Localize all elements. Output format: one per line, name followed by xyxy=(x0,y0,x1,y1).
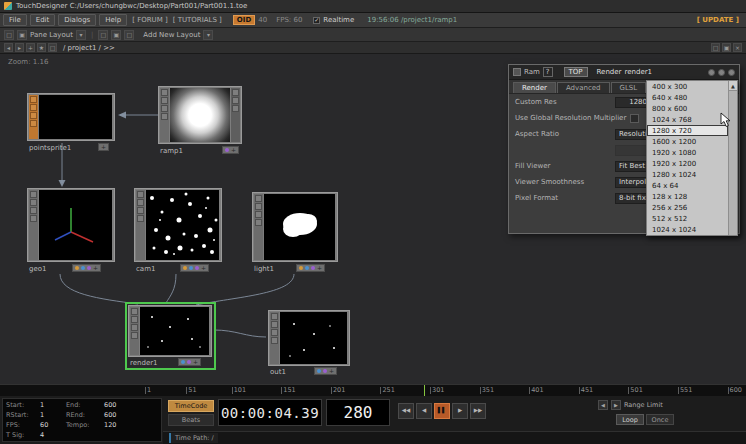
node-viewer[interactable] xyxy=(140,307,209,355)
lock-icon[interactable] xyxy=(30,120,37,127)
display-icon[interactable] xyxy=(255,203,262,210)
param-label[interactable]: Fill Viewer xyxy=(515,162,611,170)
flag-dot-orange[interactable] xyxy=(75,266,79,270)
pane-grid-icon[interactable]: ▣ xyxy=(17,30,27,40)
resolution-option[interactable]: 1024 x 768 xyxy=(647,114,728,125)
node-viewer[interactable] xyxy=(170,88,230,142)
resolution-option[interactable]: 64 x 64 xyxy=(647,180,728,191)
comment-icon[interactable] xyxy=(708,69,715,76)
nav-add-icon[interactable]: + xyxy=(26,43,35,52)
info-value[interactable]: 120 xyxy=(104,421,158,429)
add-flag-icon[interactable]: + xyxy=(317,265,322,271)
bypass-icon[interactable] xyxy=(30,112,37,119)
node-render1[interactable] xyxy=(128,305,212,357)
node-light1[interactable] xyxy=(252,192,338,262)
flag-dot-blue[interactable] xyxy=(317,369,321,373)
play-reverse-button[interactable]: ◀ xyxy=(416,403,432,419)
forum-link[interactable]: [ FORUM ] xyxy=(132,16,167,24)
flag-dot-blue[interactable] xyxy=(181,360,185,364)
node-flags[interactable]: + xyxy=(178,358,201,366)
display-icon[interactable] xyxy=(30,104,37,111)
timeline-ruler[interactable]: 1 51 101 151 201 251 301 351 401 451 501… xyxy=(0,384,746,396)
node-flags[interactable]: + xyxy=(72,264,101,272)
lock-icon[interactable] xyxy=(137,215,144,222)
op-family-badge[interactable]: TOP xyxy=(564,67,588,77)
scroll-up-icon[interactable]: ▲ xyxy=(729,81,737,91)
pane-split-icon[interactable]: □ xyxy=(4,30,14,40)
pane-layout-caret-icon[interactable]: ▾ xyxy=(76,30,86,40)
display-icon[interactable] xyxy=(271,321,278,328)
dropdown-scrollbar[interactable]: ▲ xyxy=(728,81,737,235)
resolution-option[interactable]: 800 x 600 xyxy=(647,103,728,114)
language-icon[interactable] xyxy=(718,69,725,76)
add-flag-icon[interactable]: + xyxy=(93,265,98,271)
display-icon[interactable] xyxy=(137,199,144,206)
node-flags[interactable]: + xyxy=(314,367,337,375)
param-label[interactable]: Use Global Resolution Multiplier xyxy=(515,114,626,122)
info-value[interactable]: 600 xyxy=(104,401,158,409)
update-button[interactable]: [ UPDATE ] xyxy=(697,16,743,24)
output-connector-icon[interactable] xyxy=(232,89,239,96)
node-flags[interactable]: + xyxy=(98,143,109,151)
step-forward-button[interactable]: ▶▶ xyxy=(470,403,486,419)
output-connector-icon[interactable] xyxy=(232,97,239,104)
range-left-icon[interactable]: ◀ xyxy=(598,400,608,410)
pane-maximize-icon[interactable]: □ xyxy=(711,43,720,52)
flag-dot-purple[interactable] xyxy=(311,266,315,270)
node-flags[interactable]: + xyxy=(180,264,209,272)
nav-forward-icon[interactable]: ▸ xyxy=(15,43,24,52)
flag-dot-purple[interactable] xyxy=(195,266,199,270)
display-icon[interactable] xyxy=(30,199,37,206)
layout-2-icon[interactable]: ▣ xyxy=(111,30,121,40)
lock-icon[interactable] xyxy=(271,337,278,344)
add-flag-icon[interactable]: + xyxy=(101,144,106,150)
viewer-active-icon[interactable] xyxy=(255,195,262,202)
flag-dot-purple[interactable] xyxy=(87,266,91,270)
oid-badge[interactable]: OID xyxy=(233,15,255,25)
global-mult-checkbox[interactable] xyxy=(630,114,639,123)
pane-close-icon[interactable]: × xyxy=(733,43,742,52)
resolution-dropdown[interactable]: 400 x 300 640 x 480 800 x 600 1024 x 768… xyxy=(646,80,738,236)
tab-glsl[interactable]: GLSL xyxy=(611,82,647,93)
info-value[interactable]: 4 xyxy=(40,431,66,439)
node-viewer[interactable] xyxy=(39,95,112,139)
top-flag-dot[interactable] xyxy=(225,148,229,152)
node-out1[interactable] xyxy=(268,310,350,366)
resolution-option[interactable]: 640 x 480 xyxy=(647,92,728,103)
flag-dot-blue[interactable] xyxy=(81,266,85,270)
timecode-button[interactable]: TimeCode xyxy=(168,400,214,412)
beats-button[interactable]: Beats xyxy=(168,414,214,426)
flag-dot-orange[interactable] xyxy=(183,266,187,270)
resolution-option[interactable]: 400 x 300 xyxy=(647,81,728,92)
lock-icon[interactable] xyxy=(161,113,168,120)
resolution-option[interactable]: 1920 x 1080 xyxy=(647,147,728,158)
bypass-icon[interactable] xyxy=(161,105,168,112)
bypass-icon[interactable] xyxy=(30,207,37,214)
param-label[interactable]: Aspect Ratio xyxy=(515,130,611,138)
viewer-active-icon[interactable] xyxy=(271,313,278,320)
flag-dot-blue[interactable] xyxy=(189,266,193,270)
node-flags[interactable]: + xyxy=(222,146,239,154)
info-value[interactable]: 600 xyxy=(104,411,158,419)
bypass-icon[interactable] xyxy=(255,211,262,218)
output-connector-icon[interactable] xyxy=(232,105,239,112)
play-button[interactable]: ▶ xyxy=(452,403,468,419)
viewer-active-icon[interactable] xyxy=(161,89,168,96)
resolution-option[interactable]: 1280 x 1024 xyxy=(647,169,728,180)
flag-dot-purple[interactable] xyxy=(187,360,191,364)
resolution-option[interactable]: 256 x 256 xyxy=(647,202,728,213)
node-ramp1[interactable] xyxy=(158,86,242,144)
bypass-icon[interactable] xyxy=(131,324,138,331)
step-back-button[interactable]: ◀◀ xyxy=(398,403,414,419)
bypass-icon[interactable] xyxy=(271,329,278,336)
pane-layout-label[interactable]: Pane Layout xyxy=(30,31,73,39)
node-cam1[interactable] xyxy=(134,188,222,262)
viewer-active-icon[interactable] xyxy=(137,191,144,198)
layout-1-icon[interactable]: □ xyxy=(98,30,108,40)
node-viewer[interactable] xyxy=(280,312,347,364)
layout-3-icon[interactable]: □ xyxy=(124,30,134,40)
flag-dot-purple[interactable] xyxy=(323,369,327,373)
timeline-info-panel[interactable]: Start: 1 End: 600 RStart: 1 REnd: 600 FP… xyxy=(2,398,162,442)
menu-edit[interactable]: Edit xyxy=(30,14,56,26)
parameter-dialog-header[interactable]: Ram ? TOP Render render1 xyxy=(509,65,739,80)
